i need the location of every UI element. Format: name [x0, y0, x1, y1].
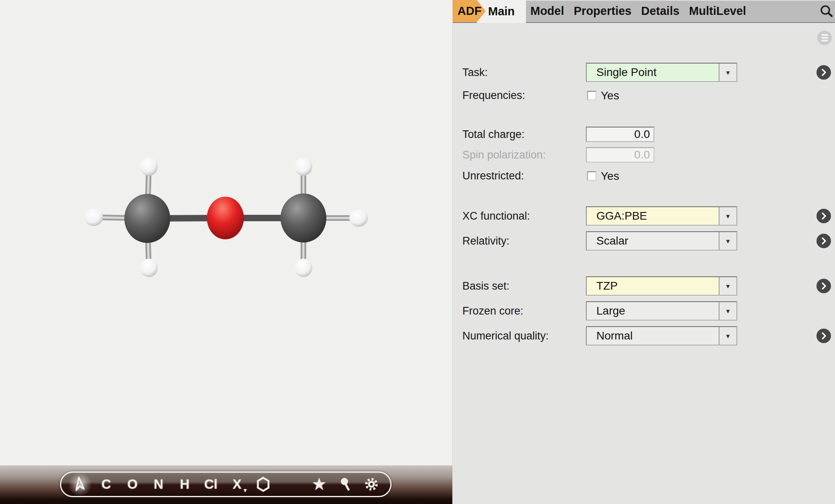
atom-H[interactable] [85, 208, 103, 226]
molecule-canvas [0, 0, 453, 465]
xc-functional-detail-button[interactable] [816, 209, 831, 223]
relativity-label: Relativity: [462, 231, 509, 251]
tab-multilevel[interactable]: MultiLevel [689, 4, 746, 18]
xc-functional-dropdown[interactable]: GGA:PBE ▼ [586, 206, 737, 226]
basis-set-detail-button[interactable] [816, 279, 831, 293]
chevron-right-icon [819, 68, 828, 77]
chevron-down-icon[interactable]: ▼ [719, 327, 736, 345]
chevron-right-icon [819, 331, 828, 340]
frozen-core-dropdown[interactable]: Large ▼ [586, 301, 737, 321]
atom-H[interactable] [140, 157, 158, 176]
settings-tool[interactable] [362, 474, 381, 494]
panel-menu-button[interactable] [817, 31, 832, 45]
frequencies-checkbox[interactable] [587, 91, 596, 100]
star-icon: ★ [311, 476, 327, 493]
frozen-core-value: Large [587, 302, 719, 320]
numerical-quality-dropdown[interactable]: Normal ▼ [586, 326, 737, 346]
basis-set-dropdown[interactable]: TZP ▼ [586, 276, 737, 296]
gear-icon [364, 477, 379, 492]
magnifier-icon [819, 4, 834, 19]
tab-group: Model Properties Details MultiLevel [530, 0, 746, 22]
chevron-down-icon[interactable]: ▼ [719, 277, 736, 295]
element-label: Cl [204, 477, 218, 492]
adf-input-window: CONHClX▼★ ADF Main Model Properties Deta… [0, 0, 835, 504]
numerical-quality-value: Normal [587, 327, 719, 345]
chevron-right-icon [819, 212, 828, 220]
balloon-icon [339, 477, 351, 492]
xc-functional-label: XC functional: [462, 206, 530, 226]
numerical-quality-label: Numerical quality: [462, 326, 549, 346]
basis-set-value: TZP [587, 277, 719, 295]
element-label: O [127, 477, 138, 492]
element-label: C [101, 477, 111, 492]
relativity-dropdown[interactable]: Scalar ▼ [586, 231, 737, 251]
add-hydrogen-tool[interactable]: H [175, 474, 194, 494]
select-tool[interactable] [71, 474, 89, 494]
add-nitrogen-tool[interactable]: N [149, 474, 168, 494]
balloon-tool[interactable] [336, 474, 355, 494]
relativity-value: Scalar [587, 232, 719, 250]
frequencies-option-label: Yes [601, 91, 619, 100]
unrestricted-option-label: Yes [601, 171, 619, 181]
spin-polarization-label: Spin polarization: [462, 147, 546, 163]
relativity-detail-button[interactable] [816, 234, 831, 248]
xc-functional-value: GGA:PBE [587, 207, 719, 225]
frozen-core-label: Frozen core: [462, 301, 524, 321]
chevron-down-icon[interactable]: ▼ [719, 64, 736, 81]
element-toolbar: CONHClX▼★ [60, 471, 392, 497]
total-charge-label: Total charge: [462, 127, 525, 142]
toolbar-reflection [64, 500, 386, 504]
ring-tool[interactable] [254, 474, 272, 494]
cursor-icon [73, 476, 87, 492]
task-detail-button[interactable] [816, 65, 831, 80]
hamburger-icon [821, 34, 828, 41]
add-chlorine-tool[interactable]: Cl [202, 474, 220, 494]
task-value: Single Point [587, 64, 719, 81]
spin-polarization-input: 0.0 [586, 147, 654, 163]
search-button[interactable] [818, 3, 835, 21]
unrestricted-checkbox[interactable] [587, 171, 596, 181]
atom-C[interactable] [280, 193, 326, 243]
element-label: N [154, 477, 163, 492]
element-label: X [233, 477, 241, 492]
ring-hexagon-icon [256, 477, 270, 492]
atom-H[interactable] [349, 209, 368, 227]
atom-C[interactable] [124, 194, 170, 243]
total-charge-input[interactable]: 0.0 [586, 127, 654, 142]
atom-H[interactable] [295, 259, 312, 277]
frequencies-label: Frequencies: [462, 91, 525, 100]
chevron-down-icon: ▼ [242, 487, 248, 494]
molecule-viewer[interactable]: CONHClX▼★ [0, 0, 453, 504]
chevron-down-icon[interactable]: ▼ [719, 232, 736, 250]
add-carbon-tool[interactable]: C [97, 474, 115, 494]
basis-set-label: Basis set: [462, 276, 509, 296]
atom-H[interactable] [140, 259, 158, 277]
task-dropdown[interactable]: Single Point ▼ [586, 63, 737, 82]
chevron-right-icon [819, 282, 828, 290]
tab-details[interactable]: Details [641, 4, 679, 18]
element-picker-tool[interactable]: X▼ [228, 474, 246, 494]
chevron-down-icon[interactable]: ▼ [719, 302, 736, 320]
numerical-quality-detail-button[interactable] [816, 329, 831, 343]
tab-properties[interactable]: Properties [574, 4, 631, 18]
element-label: H [180, 477, 190, 492]
tab-model[interactable]: Model [530, 4, 564, 18]
add-oxygen-tool[interactable]: O [123, 474, 142, 494]
atom-H[interactable] [295, 157, 312, 176]
structures-tool[interactable]: ★ [310, 474, 328, 494]
task-label: Task: [462, 63, 488, 82]
chevron-down-icon[interactable]: ▼ [719, 207, 736, 225]
chevron-right-icon [819, 237, 828, 245]
unrestricted-label: Unrestricted: [462, 171, 524, 181]
atom-O[interactable] [207, 197, 244, 239]
